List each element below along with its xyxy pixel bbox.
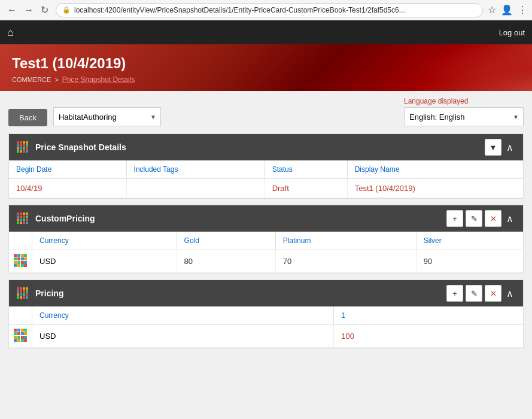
- lock-icon: 🔒: [62, 6, 71, 14]
- pricing-value-cell[interactable]: 100: [334, 325, 523, 348]
- svg-rect-17: [20, 212, 22, 215]
- col-gold: Gold: [177, 232, 275, 250]
- svg-rect-18: [23, 212, 25, 215]
- pricing-header: Pricing + ✎ ✕ ∧: [9, 280, 523, 306]
- breadcrumb-link[interactable]: Price Snapshot Details: [62, 75, 135, 84]
- pricing-section-icon: [16, 287, 29, 300]
- svg-rect-60: [17, 296, 19, 299]
- toolbar-row: Back HabitatAuthoring Language displayed…: [8, 97, 524, 126]
- svg-rect-35: [24, 254, 27, 257]
- svg-rect-29: [20, 221, 22, 224]
- content-area: Back HabitatAuthoring Language displayed…: [0, 91, 532, 360]
- price-snapshot-title: Price Snapshot Details: [35, 142, 479, 152]
- svg-rect-37: [17, 257, 20, 260]
- home-icon[interactable]: ⌂: [7, 26, 14, 39]
- site-select[interactable]: HabitatAuthoring: [53, 107, 161, 126]
- col-icon: [9, 232, 32, 250]
- table-row: USD 100: [9, 325, 523, 348]
- pricing-collapse-btn[interactable]: ∧: [504, 288, 516, 299]
- status-cell: Draft: [265, 179, 347, 198]
- language-select[interactable]: English: English: [404, 107, 524, 126]
- col-included-tags: Included Tags: [126, 160, 265, 179]
- menu-icon[interactable]: ⋮: [518, 4, 527, 16]
- language-group: Language displayed English: English: [404, 97, 524, 126]
- account-icon[interactable]: 👤: [501, 4, 513, 16]
- price-snapshot-dropdown-btn[interactable]: ▼: [485, 139, 501, 156]
- pricing-title: Pricing: [35, 289, 440, 298]
- svg-rect-5: [20, 144, 22, 147]
- svg-rect-27: [26, 218, 28, 221]
- browser-bar: ← → ↻ 🔒 localhost:4200/entityView/PriceS…: [0, 0, 532, 20]
- price-snapshot-actions: ▼ ∧: [485, 139, 516, 156]
- language-select-wrapper: English: English: [404, 107, 524, 126]
- pricing-actions: + ✎ ✕ ∧: [446, 285, 516, 302]
- svg-rect-33: [17, 254, 20, 257]
- back-button[interactable]: Back: [8, 109, 47, 126]
- svg-rect-28: [17, 221, 19, 224]
- custom-pricing-add-btn[interactable]: +: [446, 210, 463, 227]
- col-currency: Currency: [32, 232, 177, 250]
- reload-button[interactable]: ↻: [38, 3, 51, 17]
- svg-rect-3: [26, 141, 28, 144]
- svg-rect-10: [23, 147, 25, 150]
- svg-rect-50: [23, 287, 25, 290]
- forward-nav-button[interactable]: →: [22, 4, 36, 17]
- svg-rect-72: [14, 336, 17, 339]
- col-silver: Silver: [416, 232, 523, 250]
- svg-rect-66: [21, 329, 24, 332]
- svg-rect-40: [14, 261, 17, 264]
- custom-pricing-section-icon: [16, 212, 29, 225]
- table-row: USD 80 70 90: [9, 250, 523, 273]
- pricing-add-btn[interactable]: +: [446, 285, 463, 302]
- svg-rect-47: [24, 264, 27, 267]
- svg-rect-43: [24, 261, 27, 264]
- pricing-row-icon-cell: [9, 325, 32, 348]
- svg-rect-2: [23, 141, 25, 144]
- svg-rect-4: [17, 144, 19, 147]
- svg-rect-61: [20, 296, 22, 299]
- svg-rect-68: [14, 332, 17, 335]
- pricing-edit-btn[interactable]: ✎: [466, 285, 482, 302]
- price-snapshot-section-icon: [16, 141, 29, 154]
- bookmark-icon[interactable]: ☆: [488, 4, 496, 16]
- svg-rect-20: [17, 215, 19, 218]
- begin-date-cell[interactable]: 10/4/19: [9, 179, 126, 198]
- svg-rect-7: [26, 144, 28, 147]
- gold-cell: 80: [177, 250, 275, 273]
- custom-pricing-section: CustomPricing + ✎ ✕ ∧ Currency Gold Plat…: [8, 205, 524, 274]
- custom-pricing-header: CustomPricing + ✎ ✕ ∧: [9, 205, 523, 232]
- svg-rect-76: [14, 339, 17, 342]
- svg-rect-65: [17, 329, 20, 332]
- svg-rect-14: [23, 150, 25, 153]
- breadcrumb-chevron: >: [54, 76, 58, 83]
- svg-rect-74: [21, 336, 24, 339]
- svg-rect-79: [24, 339, 27, 342]
- platinum-cell: 70: [275, 250, 416, 273]
- svg-rect-34: [21, 254, 24, 257]
- svg-rect-21: [20, 215, 22, 218]
- custom-pricing-delete-btn[interactable]: ✕: [485, 210, 501, 227]
- svg-rect-57: [20, 293, 22, 296]
- svg-rect-67: [24, 329, 27, 332]
- logout-button[interactable]: Log out: [499, 28, 525, 37]
- svg-rect-44: [14, 264, 17, 267]
- display-name-cell[interactable]: Test1 (10/4/2019): [347, 179, 523, 198]
- svg-rect-19: [26, 212, 28, 215]
- custom-pricing-edit-btn[interactable]: ✎: [466, 210, 482, 227]
- svg-rect-16: [17, 212, 19, 215]
- svg-rect-77: [17, 339, 20, 342]
- price-snapshot-collapse-btn[interactable]: ∧: [504, 142, 516, 153]
- custom-pricing-collapse-btn[interactable]: ∧: [504, 213, 516, 224]
- site-dropdown-wrapper: HabitatAuthoring: [53, 107, 161, 126]
- silver-cell: 90: [416, 250, 523, 273]
- url-bar[interactable]: 🔒 localhost:4200/entityView/PriceSnapsho…: [56, 3, 483, 17]
- back-nav-button[interactable]: ←: [5, 4, 19, 17]
- pricing-header-row: Currency 1: [9, 306, 523, 325]
- svg-rect-38: [21, 257, 24, 260]
- svg-rect-59: [26, 293, 28, 296]
- pricing-delete-btn[interactable]: ✕: [485, 285, 501, 302]
- svg-rect-1: [20, 141, 22, 144]
- included-tags-cell: [126, 179, 265, 198]
- page-title: Test1 (10/4/2019): [12, 55, 520, 72]
- price-snapshot-header-row: Begin Date Included Tags Status Display …: [9, 160, 523, 179]
